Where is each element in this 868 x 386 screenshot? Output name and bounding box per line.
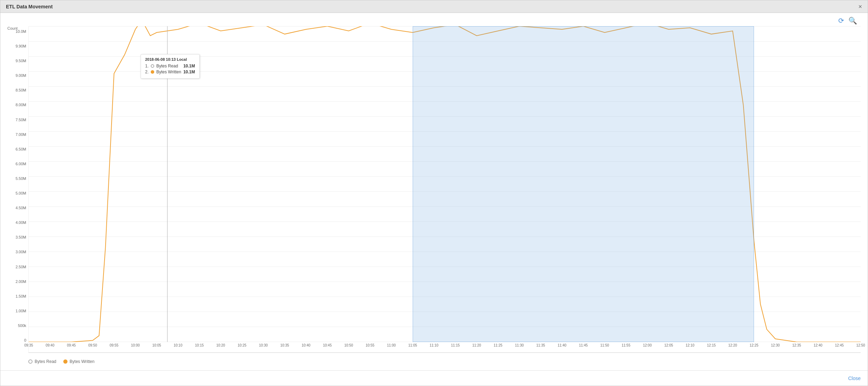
legend-item-bytes-read: Bytes Read [28,359,56,364]
x-label-11: 10:30 [259,343,268,347]
tooltip-dot-read [151,64,154,68]
y-label-13: 4.00M [15,221,26,225]
x-label-39: 12:50 [856,343,865,347]
x-label-21: 11:20 [472,343,481,347]
y-axis: Count10.0M9.90M9.50M9.00M8.50M8.00M7.50M… [7,26,28,353]
tooltip-value-read: 10.1M [183,64,195,68]
x-label-1: 09:40 [45,343,54,347]
window-title: ETL Data Movement [6,4,53,9]
y-label-21: 0 [24,338,26,342]
x-label-3: 09:50 [88,343,97,347]
search-icon[interactable]: 🔍 [848,16,857,25]
footer: Close [0,370,868,386]
x-label-25: 11:40 [557,343,566,347]
x-label-12: 10:35 [280,343,289,347]
y-label-15: 3.00M [15,250,26,254]
refresh-icon[interactable]: ⟳ [838,16,844,25]
x-label-20: 11:15 [451,343,460,347]
x-label-7: 10:10 [173,343,182,347]
x-label-4: 09:55 [109,343,118,347]
x-label-30: 12:05 [664,343,673,347]
x-label-36: 12:35 [792,343,801,347]
y-label-9: 6.00M [15,162,26,166]
tooltip-label-written: Bytes Written [156,70,181,74]
legend-item-bytes-written: Bytes Written [63,359,94,364]
y-label-2: 9.50M [15,59,26,63]
x-label-24: 11:35 [536,343,545,347]
x-label-6: 10:05 [152,343,161,347]
tooltip-num-2: 2. [145,70,149,74]
x-label-10: 10:25 [237,343,246,347]
legend-dot-read [28,359,33,364]
x-label-28: 11:55 [621,343,630,347]
y-label-6: 7.50M [15,118,26,122]
y-label-8: 6.50M [15,147,26,151]
x-label-32: 12:15 [707,343,716,347]
tooltip-date: 2018-06-08 10:13 Local [145,57,195,61]
x-label-2: 09:45 [67,343,76,347]
x-label-38: 12:45 [835,343,844,347]
x-label-19: 11:10 [429,343,438,347]
x-label-17: 11:00 [387,343,396,347]
y-label-4: 8.50M [15,88,26,92]
x-label-0: 09:35 [24,343,33,347]
close-button[interactable]: Close [848,376,861,381]
tooltip-row-1: 1. Bytes Read 10.1M [145,64,195,68]
y-label-1: 9.90M [15,44,26,48]
tooltip-num-1: 1. [145,64,149,68]
x-label-33: 12:20 [728,343,737,347]
y-label-20: 500k [18,324,26,328]
y-label-7: 7.00M [15,133,26,137]
chart-area: ⟳ 🔍 Count10.0M9.90M9.50M9.00M8.50M8.00M7… [0,13,868,370]
etl-data-movement-window: ETL Data Movement × ⟳ 🔍 Count10.0M9.90M9… [0,0,868,386]
y-label-3: 9.00M [15,74,26,78]
x-label-37: 12:40 [813,343,822,347]
chart-toolbar: ⟳ 🔍 [7,16,861,25]
x-label-16: 10:55 [365,343,374,347]
x-axis: 09:3509:4009:4509:5009:5510:0010:0510:10… [29,342,861,352]
legend-label-written: Bytes Written [70,359,94,364]
x-label-14: 10:45 [323,343,332,347]
tooltip-row-2: 2. Bytes Written 10.1M [145,70,195,74]
y-label-10: 5.50M [15,177,26,181]
tooltip-box: 2018-06-08 10:13 Local 1. Bytes Read 10.… [141,54,200,79]
x-label-8: 10:15 [195,343,204,347]
x-label-29: 12:00 [643,343,652,347]
tooltip-value-written: 10.1M [183,70,195,74]
y-label-16: 2.50M [15,265,26,269]
chart-container: Count10.0M9.90M9.50M9.00M8.50M8.00M7.50M… [7,26,861,353]
x-label-23: 11:30 [515,343,524,347]
tooltip-label-read: Bytes Read [156,64,178,68]
x-label-15: 10:50 [344,343,353,347]
y-label-14: 3.50M [15,235,26,239]
close-icon[interactable]: × [858,3,862,10]
x-label-13: 10:40 [301,343,310,347]
count-label: Count [7,26,17,30]
x-label-5: 10:00 [131,343,140,347]
x-label-18: 11:05 [408,343,417,347]
y-label-11: 5.00M [15,191,26,195]
legend-label-read: Bytes Read [35,359,56,364]
x-label-26: 11:45 [579,343,588,347]
legend-area: Bytes Read Bytes Written [7,353,861,370]
x-label-22: 11:25 [493,343,502,347]
y-label-5: 8.00M [15,103,26,107]
y-label-19: 1.00M [15,309,26,313]
y-label-12: 4.50M [15,206,26,210]
legend-dot-written [63,359,67,364]
x-label-35: 12:30 [771,343,780,347]
x-label-9: 10:20 [216,343,225,347]
x-label-34: 12:25 [749,343,758,347]
x-label-27: 11:50 [600,343,609,347]
y-label-17: 2.00M [15,280,26,284]
y-label-18: 1.50M [15,294,26,298]
chart-plot[interactable]: 2018-06-08 10:13 Local 1. Bytes Read 10.… [28,26,861,353]
x-label-31: 12:10 [685,343,694,347]
title-bar: ETL Data Movement × [0,0,868,13]
selection-rectangle [413,26,754,342]
tooltip-dot-written [151,70,154,74]
